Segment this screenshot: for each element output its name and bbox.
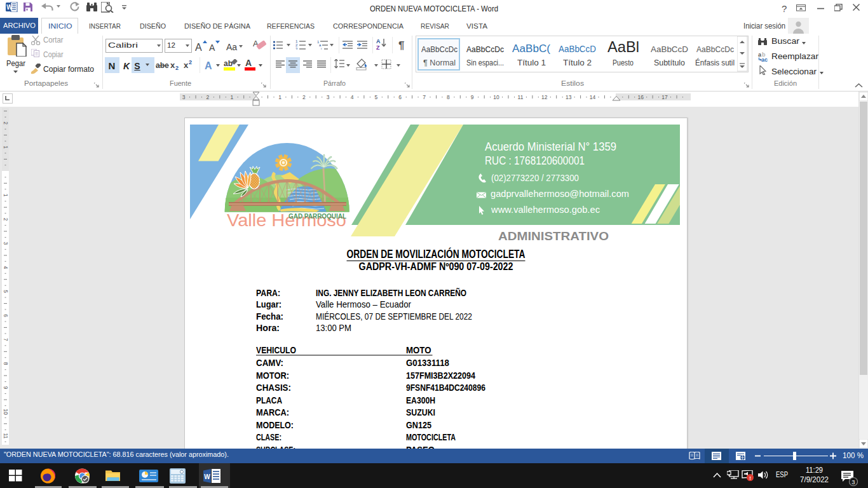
svg-text:GADPR-VH-ADMF Nº090 07-09-2022: GADPR-VH-ADMF Nº090 07-09-2022 — [359, 261, 513, 272]
svg-text:A: A — [376, 38, 381, 44]
svg-text:SUBCLASE:: SUBCLASE: — [256, 444, 295, 449]
svg-text:PARA:: PARA: — [256, 287, 280, 298]
svg-text:G01331118: G01331118 — [406, 357, 449, 368]
svg-text:SUZUKI: SUZUKI — [406, 407, 435, 417]
svg-text:MARCA:: MARCA: — [256, 407, 289, 417]
svg-text:Acuerdo Ministerial N° 1359: Acuerdo Ministerial N° 1359 — [485, 140, 616, 153]
svg-text:3: 3 — [295, 47, 298, 50]
svg-text:GN125: GN125 — [406, 419, 431, 430]
svg-text:1: 1 — [230, 94, 233, 100]
svg-text:i: i — [321, 47, 322, 50]
svg-text:RUC : 1768120600001: RUC : 1768120600001 — [485, 154, 585, 167]
svg-text:9: 9 — [471, 94, 474, 100]
svg-text:PASEO: PASEO — [406, 444, 435, 449]
svg-text:13: 13 — [566, 94, 572, 100]
svg-text:14: 14 — [590, 94, 596, 100]
svg-text:5: 5 — [375, 94, 378, 100]
svg-text:1: 1 — [3, 194, 9, 197]
svg-text:MOTO: MOTO — [406, 344, 431, 355]
svg-text:8: 8 — [3, 362, 9, 365]
svg-text:3: 3 — [3, 242, 9, 245]
svg-text:www.vallehermoso.gob.ec: www.vallehermoso.gob.ec — [491, 204, 600, 215]
svg-text:Valle Hermoso – Ecuador: Valle Hermoso – Ecuador — [316, 299, 411, 309]
svg-text:CLASE:: CLASE: — [256, 431, 281, 442]
svg-text:MIÉRCOLES, 07 DE SEPTIEMBRE DE: MIÉRCOLES, 07 DE SEPTIEMBRE DEL 2022 — [316, 311, 472, 322]
svg-text:157FMI3B2X22094: 157FMI3B2X22094 — [406, 370, 476, 381]
svg-text:5: 5 — [3, 290, 9, 293]
svg-text:ORDEN DE MOVILIZACIÓN MOTOCICL: ORDEN DE MOVILIZACIÓN MOTOCICLETA — [347, 247, 526, 261]
svg-text:ac: ac — [761, 57, 768, 62]
svg-text:W: W — [204, 473, 210, 480]
svg-text:11: 11 — [3, 433, 9, 438]
svg-text:VEHICULO: VEHICULO — [256, 344, 296, 355]
svg-text:8: 8 — [447, 94, 450, 100]
svg-text:6: 6 — [398, 94, 402, 100]
svg-text:CHASIS:: CHASIS: — [256, 382, 291, 393]
svg-text:ADMINISTRATIVO: ADMINISTRATIVO — [498, 229, 609, 243]
svg-text:Hora:: Hora: — [256, 322, 280, 333]
svg-text:6: 6 — [3, 314, 9, 317]
svg-text:9FSNF41B4DC240896: 9FSNF41B4DC240896 — [406, 382, 485, 393]
svg-text:2: 2 — [3, 218, 9, 221]
svg-text:MOTOR:: MOTOR: — [256, 370, 289, 381]
svg-text:MOTOCICLETA: MOTOCICLETA — [406, 431, 456, 442]
svg-text:17: 17 — [661, 94, 668, 100]
svg-text:Z: Z — [376, 44, 380, 50]
svg-text:13:00 PM: 13:00 PM — [316, 322, 351, 333]
svg-text:MODELO:: MODELO: — [256, 419, 294, 430]
svg-text:4: 4 — [3, 266, 9, 269]
svg-text:!: ! — [749, 475, 751, 481]
svg-text:7: 7 — [423, 94, 426, 100]
svg-text:PLACA: PLACA — [256, 395, 282, 405]
svg-text:2: 2 — [3, 121, 9, 125]
svg-text:1: 1 — [3, 146, 9, 149]
svg-text:7: 7 — [3, 338, 9, 341]
svg-text:GAD PARROQUIAL: GAD PARROQUIAL — [288, 212, 347, 220]
svg-text:2: 2 — [207, 94, 210, 100]
svg-text:16: 16 — [637, 94, 644, 100]
svg-text:3: 3 — [851, 478, 855, 485]
svg-text:(02)2773220 / 2773300: (02)2773220 / 2773300 — [491, 172, 579, 183]
svg-text:10: 10 — [3, 409, 9, 415]
svg-text:2: 2 — [302, 94, 306, 100]
svg-text:3: 3 — [327, 94, 330, 100]
svg-text:12: 12 — [541, 94, 548, 100]
svg-text:10: 10 — [493, 94, 499, 100]
svg-text:4: 4 — [351, 94, 354, 100]
svg-text:gadprvallehermoso@hotmail.com: gadprvallehermoso@hotmail.com — [491, 188, 629, 199]
svg-text:EA300H: EA300H — [406, 395, 435, 405]
svg-text:11: 11 — [518, 94, 524, 100]
svg-text:1: 1 — [278, 94, 281, 100]
svg-text:ING. JENNY ELIZABETH LEON CAR: ING. JENNY ELIZABETH LEON CARREÑO — [316, 287, 466, 298]
svg-text:Lugar:: Lugar: — [256, 299, 281, 309]
svg-text:CAMV:: CAMV: — [256, 357, 283, 368]
svg-text:Fecha:: Fecha: — [256, 311, 283, 322]
svg-text:9: 9 — [3, 386, 9, 390]
svg-text:W: W — [6, 4, 13, 11]
svg-text:3: 3 — [182, 94, 186, 100]
